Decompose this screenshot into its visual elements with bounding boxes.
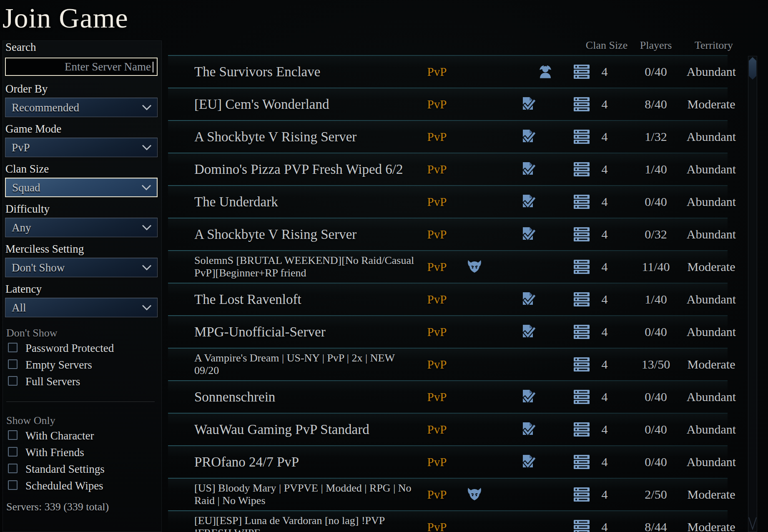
territory-value: Abundant (687, 130, 736, 144)
players-value: 1/40 (645, 292, 667, 306)
territory-value: Abundant (687, 292, 736, 306)
checkbox-label: Password Protected (25, 342, 114, 354)
filter-label: Difficulty (5, 203, 158, 215)
server-details-icon (574, 260, 590, 274)
table-header: Clan Size Players Territory (168, 38, 728, 55)
server-row[interactable]: SolemnS [BRUTAL WEEKEND][No Raid/Casual … (168, 251, 728, 283)
standard-settings-check-icon (521, 96, 536, 112)
players-value: 0/40 (645, 422, 667, 437)
text-caret (153, 62, 153, 73)
server-name: A Shockbyte V Rising Server (194, 227, 356, 242)
server-name: SolemnS [BRUTAL WEEKEND][No Raid/Casual … (194, 254, 422, 279)
checkbox[interactable] (8, 464, 18, 473)
standard-settings-check-icon (521, 324, 536, 340)
server-row[interactable]: The Lost Ravenloft PvP 4 1/40 Abundant (168, 283, 728, 316)
server-row[interactable]: [US] Bloody Mary | PVPVE | Modded | RPG … (168, 478, 728, 511)
checkbox[interactable] (8, 430, 18, 440)
players-value: 0/32 (645, 227, 667, 241)
filter-dropdown[interactable]: Don't Show (5, 258, 158, 277)
checkbox[interactable] (8, 359, 18, 369)
filter-dropdown[interactable]: All (5, 298, 158, 317)
checkbox-label: Scheduled Wipes (25, 479, 103, 492)
scrollbar-thumb[interactable] (749, 57, 756, 80)
filter-dropdown[interactable]: PvP (5, 138, 158, 157)
checkbox[interactable] (8, 447, 18, 457)
server-name: [US] Bloody Mary | PVPVE | Modded | RPG … (194, 482, 422, 507)
server-name: The Underdark (194, 194, 278, 210)
merciless-devil-icon (467, 488, 482, 502)
territory-value: Abundant (687, 162, 736, 176)
clan-size-value: 4 (602, 455, 608, 469)
checkbox-row[interactable]: Password Protected (8, 342, 158, 354)
checkbox-row[interactable]: Scheduled Wipes (8, 479, 158, 492)
checkbox-row[interactable]: Standard Settings (8, 463, 158, 475)
server-row[interactable]: A Shockbyte V Rising Server PvP 4 0/32 A… (168, 218, 728, 251)
server-row[interactable]: [EU] Cem's Wonderland PvP 4 8/40 Moderat… (168, 88, 728, 120)
server-row[interactable]: A Vampire's Dream | US-NY | PvP | 2x | N… (168, 348, 728, 381)
server-row[interactable]: [EU][ESP] Luna de Vardoran [no lag] !PVP… (168, 511, 728, 532)
server-details-icon (574, 520, 590, 532)
merciless-devil-icon (467, 260, 482, 274)
checkbox-row[interactable]: With Character (8, 429, 158, 442)
search-input[interactable] (6, 58, 157, 75)
standard-settings-check-icon (521, 454, 536, 470)
game-mode-tag: PvP (427, 358, 447, 371)
territory-value: Moderate (688, 260, 735, 274)
game-mode-tag: PvP (427, 390, 447, 404)
join-game-screen: Join Game Search Order By Recommended Ga… (0, 0, 768, 532)
game-mode-tag: PvP (427, 65, 447, 79)
clan-size-value: 4 (602, 162, 608, 176)
scrollbar-track[interactable] (748, 56, 757, 532)
server-details-icon (574, 130, 590, 144)
filter-label: Merciless Setting (5, 243, 158, 255)
territory-value: Abundant (687, 325, 736, 339)
dont-show-list: Password Protected Empty Servers Full Se… (8, 342, 158, 392)
server-row[interactable]: The Survivors Enclave PvP 4 0/40 Abundan… (168, 55, 728, 88)
clan-size-value: 4 (602, 65, 608, 79)
territory-value: Moderate (688, 520, 735, 532)
territory-header: Territory (695, 39, 733, 52)
server-row[interactable]: Sonnenschrein PvP 4 0/40 Abundant (168, 381, 728, 413)
server-name: The Lost Ravenloft (194, 292, 301, 307)
server-row[interactable]: PROfano 24/7 PvP PvP 4 0/40 Abundant (168, 446, 728, 478)
checkbox-row[interactable]: With Friends (8, 446, 158, 459)
players-value: 2/50 (645, 487, 667, 502)
game-mode-tag: PvP (427, 455, 447, 469)
filter-dropdown[interactable]: Squad (5, 178, 158, 197)
clan-size-value: 4 (602, 260, 608, 274)
standard-settings-check-icon (521, 226, 536, 242)
clan-size-value: 4 (602, 97, 608, 111)
filter-dropdown[interactable]: Recommended (5, 98, 158, 117)
server-table: Clan Size Players Territory The Survivor… (168, 0, 728, 532)
checkbox[interactable] (8, 376, 18, 386)
server-row[interactable]: MPG-Unofficial-Server PvP 4 0/40 Abundan… (168, 316, 728, 348)
game-mode-tag: PvP (427, 228, 447, 241)
standard-settings-check-icon (521, 194, 536, 210)
search-label: Search (5, 41, 36, 54)
scrollbar-end-arrow (748, 517, 757, 531)
checkbox[interactable] (8, 480, 18, 490)
checkbox-row[interactable]: Full Servers (8, 375, 158, 388)
server-row[interactable]: WauWau Gaming PvP Standard PvP 4 0/40 Ab… (168, 413, 728, 446)
game-mode-tag: PvP (427, 520, 447, 532)
chevron-down-icon (142, 104, 152, 110)
server-row[interactable]: The Underdark PvP 4 0/40 Abundant (168, 186, 728, 218)
chevron-down-icon (141, 184, 151, 191)
territory-value: Moderate (688, 97, 735, 111)
clan-size-value: 4 (602, 390, 608, 404)
players-value: 8/40 (645, 97, 667, 111)
server-row[interactable]: Domino's Pizza PVP Fresh Wiped 6/2 PvP 4… (168, 153, 728, 186)
players-value: 13/50 (642, 357, 670, 371)
checkbox-label: Empty Servers (25, 359, 92, 371)
clan-size-value: 4 (602, 325, 608, 339)
filter-label: Latency (5, 283, 158, 295)
filter-dropdown[interactable]: Any (5, 218, 158, 237)
checkbox-row[interactable]: Empty Servers (8, 359, 158, 371)
checkbox[interactable] (8, 343, 18, 352)
dropdown-value: Squad (12, 181, 40, 194)
dont-show-header: Don't Show (6, 327, 57, 339)
server-name: Domino's Pizza PVP Fresh Wiped 6/2 (194, 162, 403, 177)
server-row[interactable]: A Shockbyte V Rising Server PvP 4 1/32 A… (168, 120, 728, 153)
clan-size-value: 4 (602, 357, 608, 371)
territory-value: Abundant (687, 422, 736, 437)
